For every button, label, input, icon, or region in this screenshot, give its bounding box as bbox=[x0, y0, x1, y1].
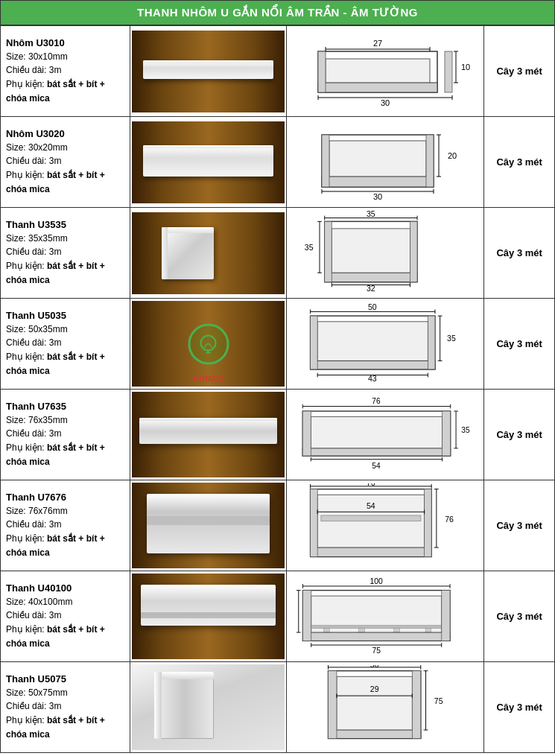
svg-point-47 bbox=[201, 336, 216, 351]
svg-rect-54 bbox=[428, 316, 436, 369]
svg-rect-3 bbox=[318, 51, 326, 92]
product-photo-u3020 bbox=[130, 117, 287, 208]
svg-rect-33 bbox=[325, 221, 332, 282]
svg-text:75: 75 bbox=[372, 647, 381, 655]
cay-u3020: Cây 3 mét bbox=[484, 117, 555, 208]
svg-text:10: 10 bbox=[461, 63, 470, 72]
product-info-u5075: Thanh U5075 Size: 50x75mm Chiều dài: 3m … bbox=[1, 662, 130, 753]
product-photo-u5035: ATHACO bbox=[130, 299, 287, 390]
svg-rect-4 bbox=[445, 51, 452, 92]
cay-u3535: Cây 3 mét bbox=[484, 208, 555, 299]
svg-text:76: 76 bbox=[367, 483, 375, 487]
svg-text:29: 29 bbox=[370, 684, 379, 693]
svg-text:27: 27 bbox=[373, 39, 382, 48]
svg-rect-2 bbox=[318, 83, 437, 92]
product-name-u5035: Thanh U5035 bbox=[6, 310, 124, 321]
svg-text:20: 20 bbox=[448, 151, 457, 160]
diagram-svg-u7635: 76 35 54 bbox=[296, 393, 475, 474]
product-info-u7676: Thanh U7676 Size: 76x76mm Chiều dài: 3m … bbox=[1, 480, 130, 571]
product-diagram-u3010: 30 27 10 bbox=[287, 26, 484, 117]
svg-rect-111 bbox=[442, 591, 450, 641]
svg-rect-19 bbox=[322, 177, 434, 187]
product-name-u3010: Nhôm U3010 bbox=[6, 37, 124, 48]
product-diagram-u7676: 76 54 76 bbox=[287, 480, 484, 571]
svg-rect-89 bbox=[425, 489, 432, 557]
svg-rect-1 bbox=[326, 59, 430, 85]
product-row-u3020: Nhôm U3020 Size: 30x20mm Chiều dài: 3m P… bbox=[1, 117, 555, 208]
diagram-svg-u7676: 76 54 76 bbox=[296, 483, 475, 565]
svg-text:100: 100 bbox=[370, 577, 384, 585]
page-title: THANH NHÔM U GẮN NỔI ÂM TRẦN - ÂM TƯỜNG bbox=[0, 0, 555, 25]
svg-rect-68 bbox=[311, 416, 443, 448]
svg-rect-88 bbox=[311, 489, 318, 557]
svg-rect-108 bbox=[426, 628, 432, 632]
svg-text:50: 50 bbox=[368, 302, 377, 311]
product-info-u5035: Thanh U5035 Size: 50x35mm Chiều dài: 3m … bbox=[1, 299, 130, 390]
svg-rect-34 bbox=[410, 221, 418, 282]
svg-text:35: 35 bbox=[462, 426, 471, 434]
svg-text:35: 35 bbox=[305, 243, 314, 252]
cay-u3010: Cây 3 mét bbox=[484, 26, 555, 117]
svg-rect-20 bbox=[322, 135, 329, 187]
svg-rect-71 bbox=[443, 411, 451, 456]
cay-u7635: Cây 3 mét bbox=[484, 390, 555, 480]
product-info-u3020: Nhôm U3020 Size: 30x20mm Chiều dài: 3m P… bbox=[1, 117, 130, 208]
svg-text:35: 35 bbox=[367, 211, 375, 218]
product-photo-u7676 bbox=[130, 480, 287, 571]
product-name-u40100: Thanh U40100 bbox=[6, 582, 124, 594]
product-row-u40100: Thanh U40100 Size: 40x100mm Chiều dài: 3… bbox=[1, 571, 555, 662]
svg-text:35: 35 bbox=[448, 334, 457, 343]
svg-text:76: 76 bbox=[372, 397, 381, 405]
diagram-svg-u3010: 30 27 10 bbox=[296, 29, 475, 111]
svg-rect-52 bbox=[311, 360, 435, 369]
product-name-u3535: Thanh U3535 bbox=[6, 219, 124, 230]
product-diagram-u3020: 30 20 bbox=[287, 117, 484, 208]
svg-text:75: 75 bbox=[434, 696, 443, 705]
product-diagram-u5075: 50 29 75 bbox=[287, 662, 484, 753]
product-diagram-u40100: 100 40 75 bbox=[287, 571, 484, 662]
svg-rect-110 bbox=[303, 591, 311, 641]
svg-rect-104 bbox=[311, 626, 442, 629]
svg-rect-18 bbox=[329, 141, 426, 180]
product-name-u7635: Thanh U7635 bbox=[6, 401, 124, 412]
diagram-svg-u3535: 35 35 32 bbox=[296, 211, 475, 293]
product-info-u40100: Thanh U40100 Size: 40x100mm Chiều dài: 3… bbox=[1, 571, 130, 662]
svg-text:43: 43 bbox=[368, 374, 377, 383]
svg-rect-53 bbox=[311, 316, 318, 369]
diagram-svg-u40100: 100 40 75 bbox=[296, 574, 475, 656]
diagram-svg-u3020: 30 20 bbox=[296, 120, 475, 202]
svg-rect-126 bbox=[329, 730, 421, 738]
svg-rect-86 bbox=[321, 515, 421, 521]
product-info-u7635: Thanh U7635 Size: 76x35mm Chiều dài: 3m … bbox=[1, 390, 130, 480]
svg-text:76: 76 bbox=[445, 515, 454, 524]
svg-rect-105 bbox=[324, 628, 330, 632]
cay-u40100: Cây 3 mét bbox=[484, 571, 555, 662]
product-row-u7676: Thanh U7676 Size: 76x76mm Chiều dài: 3m … bbox=[1, 480, 555, 571]
product-photo-u5075 bbox=[130, 662, 287, 753]
product-name-u7676: Thanh U7676 bbox=[6, 492, 124, 503]
svg-rect-103 bbox=[311, 596, 442, 635]
svg-rect-109 bbox=[303, 632, 451, 641]
product-row-u3010: Nhôm U3010 Size: 30x10mm Chiều dài: 3m P… bbox=[1, 26, 555, 117]
svg-rect-31 bbox=[332, 229, 410, 275]
svg-rect-69 bbox=[303, 448, 451, 456]
product-photo-u7635 bbox=[130, 390, 287, 480]
svg-text:30: 30 bbox=[373, 192, 382, 201]
product-row-u7635: Thanh U7635 Size: 76x35mm Chiều dài: 3m … bbox=[1, 390, 555, 480]
product-name-u3020: Nhôm U3020 bbox=[6, 128, 124, 139]
product-diagram-u3535: 35 35 32 bbox=[287, 208, 484, 299]
svg-rect-128 bbox=[413, 671, 421, 739]
product-row-u5075: Thanh U5075 Size: 50x75mm Chiều dài: 3m … bbox=[1, 662, 555, 753]
diagram-svg-u5035: 50 35 43 bbox=[296, 302, 475, 384]
product-photo-u40100 bbox=[130, 571, 287, 662]
svg-rect-70 bbox=[303, 411, 311, 456]
svg-text:32: 32 bbox=[367, 284, 375, 293]
product-diagram-u7635: 76 35 54 bbox=[287, 390, 484, 480]
product-info-u3010: Nhôm U3010 Size: 30x10mm Chiều dài: 3m P… bbox=[1, 26, 130, 117]
diagram-svg-u5075: 50 29 75 bbox=[296, 665, 475, 747]
product-row-u5035: Thanh U5035 Size: 50x35mm Chiều dài: 3m … bbox=[1, 299, 555, 390]
svg-rect-107 bbox=[394, 628, 400, 632]
product-info-u3535: Thanh U3535 Size: 35x35mm Chiều dài: 3m … bbox=[1, 208, 130, 299]
cay-u7676: Cây 3 mét bbox=[484, 480, 555, 571]
product-diagram-u5035: 50 35 43 bbox=[287, 299, 484, 390]
